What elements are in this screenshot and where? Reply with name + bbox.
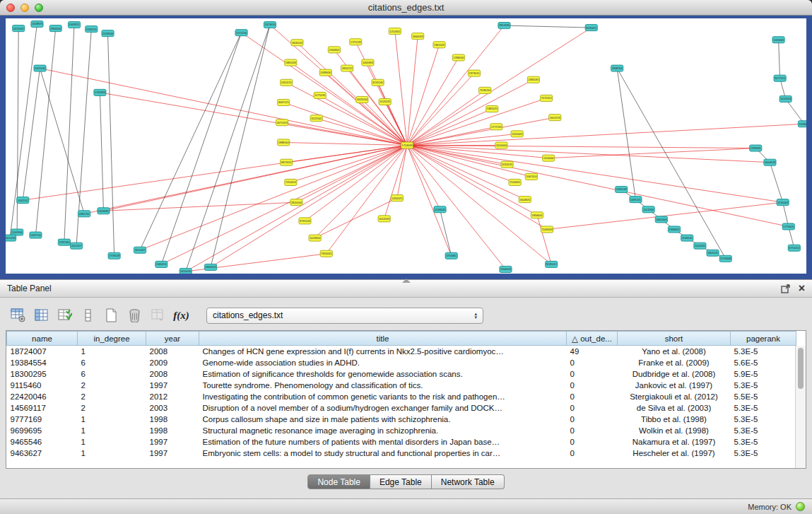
graph-node[interactable]: 1275235 [314, 92, 326, 98]
table-row[interactable]: 946362711997Embryonic stem cells: a mode… [7, 448, 796, 459]
graph-edge[interactable] [786, 99, 804, 124]
table-cell[interactable]: 18724007 [7, 346, 78, 357]
graph-node[interactable]: 9873315 [281, 159, 293, 165]
graph-node[interactable]: 1834019 [204, 264, 216, 270]
graph-edge[interactable] [140, 145, 407, 250]
graph-node[interactable]: 9277215 [774, 75, 786, 81]
table-cell[interactable]: 49 [567, 346, 618, 357]
graph-edge[interactable] [407, 145, 789, 226]
graph-node[interactable]: 1023650 [309, 235, 321, 241]
table-row[interactable]: 911546021997Tourette syndrome. Phenomeno… [7, 380, 796, 391]
close-window-button[interactable] [6, 4, 15, 12]
table-cell[interactable]: 5.3E-5 [731, 425, 796, 436]
graph-edge[interactable] [40, 69, 85, 214]
table-cell[interactable]: 0 [567, 368, 618, 380]
table-row[interactable]: 977716911998Corpus callosum shape and si… [7, 414, 796, 425]
graph-node[interactable]: 2092711 [78, 211, 90, 217]
table-cell[interactable]: 2012 [146, 391, 199, 402]
graph-node[interactable]: 7616441 [320, 250, 332, 257]
graph-node[interactable]: 2671323 [276, 119, 288, 126]
table-cell[interactable]: Estimation of the future numbers of pati… [199, 436, 567, 448]
graph-node[interactable]: 1595835 [750, 145, 762, 151]
graph-node[interactable]: 2455616 [180, 268, 192, 274]
graph-edge[interactable] [407, 145, 505, 269]
graph-node[interactable]: 1788244 [452, 54, 464, 61]
graph-node[interactable]: 1961325 [433, 42, 445, 48]
graph-node[interactable]: 2581138 [616, 186, 628, 192]
graph-node[interactable]: 1339442 [798, 121, 806, 127]
graph-node[interactable]: 1777135 [490, 124, 502, 130]
graph-node[interactable]: 1067414 [525, 173, 537, 180]
graph-node[interactable]: 1662444 [655, 216, 667, 223]
graph-node[interactable]: 2418873 [31, 21, 43, 28]
graph-edge[interactable] [23, 69, 40, 201]
graph-node[interactable]: 7575312 [541, 95, 553, 101]
graph-node[interactable]: 1936821 [668, 226, 680, 233]
graph-edge[interactable] [40, 69, 408, 146]
table-cell[interactable]: 0 [567, 436, 618, 448]
table-cell[interactable]: 19384554 [7, 357, 78, 368]
graph-node[interactable]: 2021157 [70, 243, 82, 249]
table-cell[interactable]: 18300295 [7, 368, 78, 380]
table-cell[interactable]: 9699695 [7, 425, 78, 436]
graph-edge[interactable] [547, 202, 783, 229]
graph-edge[interactable] [283, 142, 407, 145]
table-cell[interactable]: 9463627 [7, 448, 78, 459]
graph-node[interactable]: 2190215 [86, 26, 98, 33]
graph-node[interactable]: 1725133 [350, 39, 362, 45]
table-cell[interactable]: 0 [567, 414, 618, 425]
graph-node[interactable]: 1043321 [68, 22, 80, 28]
graph-node[interactable]: 1321620 [511, 131, 523, 137]
table-cell[interactable]: Hescheler et al. (1997) [618, 448, 731, 459]
graph-node[interactable]: 1948764 [611, 65, 623, 71]
graph-node[interactable]: 1615042 [13, 25, 25, 32]
graph-node[interactable]: 1754361 [445, 252, 457, 259]
graph-edge[interactable] [397, 145, 407, 198]
graph-edge[interactable] [407, 145, 525, 199]
table-row[interactable]: 946554611997Estimation of the future num… [7, 436, 796, 448]
graph-node[interactable]: 1154044 [543, 155, 555, 161]
graph-node[interactable]: 1881433 [285, 59, 297, 66]
table-cell[interactable]: 0 [567, 448, 618, 459]
table-cell[interactable]: Franke et al. (2009) [618, 357, 731, 368]
graph-node[interactable]: 1450525 [391, 195, 403, 201]
graph-node[interactable]: 2005130 [34, 65, 46, 71]
graph-node[interactable]: 1606142 [291, 40, 303, 46]
graph-node[interactable]: 1518445 [434, 206, 446, 213]
table-cell[interactable]: 5.3E-5 [731, 380, 796, 391]
table-scrollbar-thumb[interactable] [798, 348, 804, 389]
table-cell[interactable]: Investigating the contribution of common… [199, 391, 567, 402]
table-cell[interactable]: 2 [78, 380, 146, 391]
table-cell[interactable]: 2 [78, 402, 146, 414]
graph-edge[interactable] [407, 109, 492, 145]
table-cell[interactable]: 2008 [146, 368, 199, 380]
table-cell[interactable]: 6 [78, 357, 146, 368]
graph-node[interactable]: 1956504 [49, 25, 61, 32]
graph-node[interactable]: 1523225 [379, 98, 391, 105]
table-cell[interactable]: Changes of HCN gene expression and I(f) … [199, 346, 567, 357]
table-cell[interactable]: 1 [78, 346, 146, 357]
graph-node[interactable]: 1604029 [764, 159, 776, 165]
graph-node[interactable]: 1610644 [495, 142, 507, 148]
graph-edge[interactable] [779, 40, 780, 78]
graph-edge[interactable] [407, 145, 531, 176]
table-scrollbar[interactable] [795, 346, 806, 468]
graph-edge[interactable] [407, 145, 783, 202]
table-cell[interactable]: 1998 [146, 425, 199, 436]
table-cell[interactable]: 5.6E-5 [731, 357, 796, 368]
graph-node[interactable]: 3220140 [372, 79, 384, 86]
graph-node[interactable]: 1011663 [772, 37, 784, 43]
graph-node[interactable]: 2413020 [264, 22, 276, 28]
graph-node[interactable]: 1854722 [341, 65, 353, 71]
graph-node[interactable]: 2611437 [134, 247, 146, 253]
row-selection-button[interactable] [78, 306, 98, 325]
graph-edge[interactable] [35, 28, 55, 235]
table-row[interactable]: 1456911722003Disruption of a novel membe… [7, 402, 796, 414]
graph-node[interactable]: 1626244 [356, 96, 368, 103]
graph-edge[interactable] [407, 124, 804, 145]
graph-edge[interactable] [378, 83, 407, 146]
graph-node[interactable]: 1572216 [235, 30, 247, 36]
table-cell[interactable]: 1997 [146, 448, 199, 459]
graph-node[interactable]: 1724069 [401, 142, 413, 148]
graph-node[interactable]: 1664033 [412, 33, 424, 40]
